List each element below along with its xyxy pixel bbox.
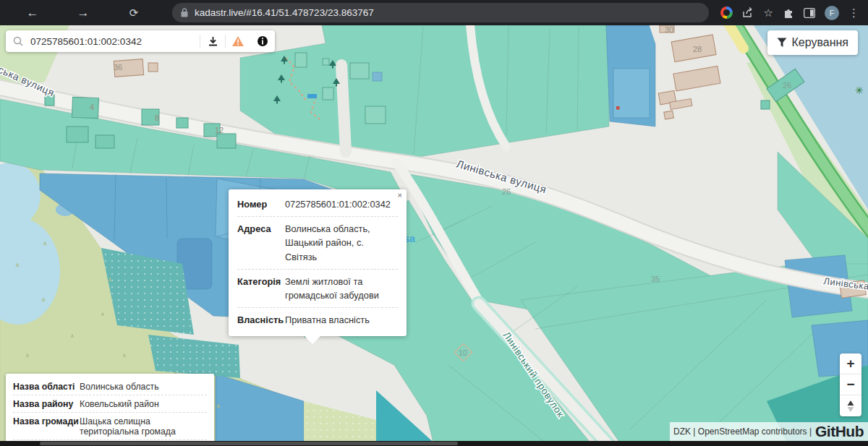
info-row-label: Назва району — [13, 399, 80, 409]
search-icon[interactable] — [6, 36, 30, 46]
landmark-icon: ✳ — [855, 85, 864, 96]
house-number: 36 — [114, 63, 122, 72]
search-input[interactable] — [30, 36, 200, 47]
browser-menu-icon[interactable]: ⋮ — [848, 7, 859, 20]
back-icon[interactable]: ← — [20, 6, 45, 20]
house-number: 35 — [651, 275, 660, 283]
forward-icon[interactable]: → — [71, 6, 95, 20]
info-row: Назва району Ковельський район — [13, 395, 207, 413]
popup-row-label: Номер — [237, 197, 285, 211]
info-icon[interactable] — [250, 35, 275, 47]
popup-row-label: Адреса — [237, 222, 285, 264]
house-number: 26 — [783, 81, 791, 90]
kadastr-app: ← → ⟳ kadastr.live/#16.41/51.478723/23.8… — [0, 0, 868, 446]
house-number: 28 — [693, 45, 702, 53]
info-row-label: Назва громади — [13, 416, 80, 437]
region-info-panel: Назва області Волинська область Назва ра… — [6, 374, 214, 446]
attribution-text[interactable]: DZK | OpenStreetMap contributors | — [673, 426, 812, 437]
google-icon[interactable] — [720, 7, 733, 19]
url-text: kadastr.live/#16.41/51.478723/23.863767 — [195, 7, 374, 18]
map-attribution: DZK | OpenStreetMap contributors | GitHu… — [670, 422, 868, 441]
filter-icon — [777, 38, 787, 48]
popup-row-label: Категорія — [237, 275, 285, 302]
info-row-value: Шацька селищна територіальна громада — [80, 416, 207, 437]
horizontal-scrollbar[interactable] — [0, 441, 868, 446]
info-row-value: Ковельський район — [80, 399, 207, 409]
download-icon[interactable] — [200, 36, 225, 47]
popup-row: Номер 0725785601:01:002:0342 — [237, 192, 398, 217]
manage-label: Керування — [792, 36, 849, 49]
popup-row: Власність Приватна власність — [237, 308, 398, 332]
house-number: 30 — [665, 25, 673, 34]
parcel-popup: × Номер 0725785601:01:002:0342 Адреса Во… — [229, 189, 407, 336]
house-number: 4 — [90, 103, 94, 111]
reload-icon[interactable]: ⟳ — [122, 7, 146, 20]
address-bar[interactable]: kadastr.live/#16.41/51.478723/23.863767 — [172, 3, 709, 22]
warning-icon[interactable] — [226, 35, 250, 47]
compass-icon — [846, 400, 855, 412]
compass-button[interactable] — [840, 395, 861, 416]
profile-avatar[interactable]: F — [825, 6, 839, 20]
scrollbar-thumb[interactable] — [40, 442, 458, 445]
popup-row-value: Приватна власність — [285, 313, 398, 327]
popup-row-value: Волинська область, Шацький район, с. Сві… — [285, 222, 398, 264]
zoom-in-button[interactable]: + — [840, 353, 861, 374]
house-number: 10 — [459, 348, 467, 357]
popup-row-label: Власність — [237, 313, 285, 327]
info-row-value: Волинська область — [80, 382, 207, 392]
search-bar — [6, 30, 275, 52]
share-icon[interactable] — [742, 7, 754, 18]
info-row: Назва громади Шацька селищна територіаль… — [13, 413, 207, 440]
map-container: ✳ 36 4 8 12 30 28 26 26 35 10 івська вул… — [0, 25, 868, 446]
browser-actions: ☆ F ⋮ — [720, 0, 868, 25]
bookmark-star-icon[interactable]: ☆ — [764, 7, 773, 20]
popup-row-value: 0725785601:01:002:0342 — [285, 197, 398, 211]
house-number: 26 — [502, 187, 511, 196]
house-number: 8 — [155, 113, 159, 122]
zoom-out-button[interactable]: − — [840, 374, 861, 395]
info-row: Назва області Волинська область — [13, 378, 207, 395]
house-number: 12 — [215, 126, 224, 134]
popup-row: Адреса Волинська область, Шацький район,… — [237, 217, 398, 270]
popup-close-icon[interactable]: × — [398, 191, 402, 200]
info-row-label: Назва області — [13, 382, 80, 392]
zoom-control: + − — [840, 353, 861, 416]
popup-row-value: Землі житлової та громадської забудови — [285, 275, 398, 302]
side-panel-icon[interactable] — [804, 8, 815, 18]
browser-toolbar: ← → ⟳ kadastr.live/#16.41/51.478723/23.8… — [0, 0, 868, 25]
lock-icon — [181, 8, 188, 17]
manage-button[interactable]: Керування — [767, 30, 859, 55]
popup-row: Категорія Землі житлової та громадської … — [237, 270, 398, 308]
github-logo[interactable]: GitHub — [815, 423, 864, 440]
extensions-icon[interactable] — [783, 7, 794, 19]
